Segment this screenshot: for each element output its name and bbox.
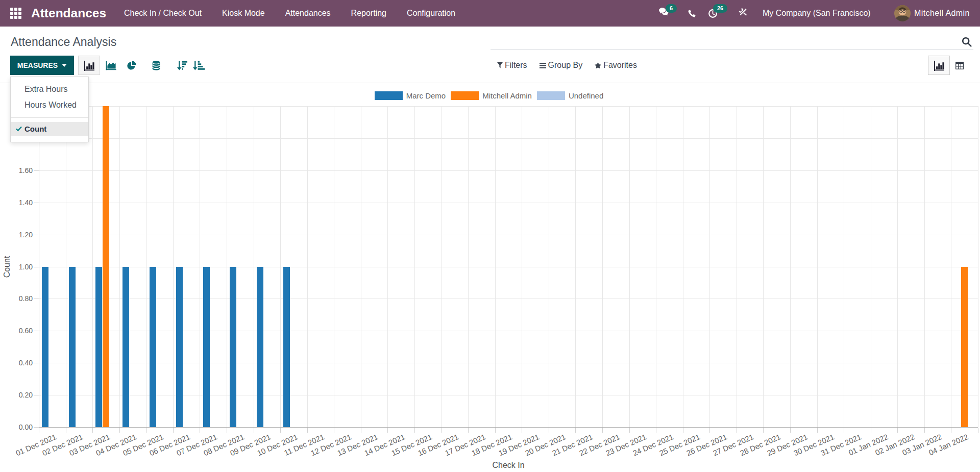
gridline-h (39, 106, 978, 107)
measures-dropdown: Extra HoursHours WorkedCount (10, 77, 89, 142)
gridline-h (39, 170, 978, 171)
gridline-v (924, 106, 925, 427)
bar-marc-demo-07-dec-2021[interactable] (203, 267, 210, 428)
filters-label: Filters (505, 61, 527, 70)
chart-type-pie-button[interactable] (127, 56, 136, 75)
bar-marc-demo-06-dec-2021[interactable] (176, 267, 183, 428)
x-tick-mark (227, 428, 227, 433)
nav-menu-item-attendances[interactable]: Attendances (275, 0, 341, 27)
x-axis-line (39, 427, 978, 428)
x-tick-mark (709, 428, 710, 433)
x-tick-mark (844, 428, 844, 433)
chart-type-line-button[interactable] (106, 56, 116, 75)
x-tick-mark (656, 428, 656, 433)
navbar: Attendances Check In / Check OutKiosk Mo… (0, 0, 980, 27)
nav-menu-item-check-in-check-out[interactable]: Check In / Check Out (114, 0, 212, 27)
phone-icon (688, 10, 696, 17)
bar-marc-demo-09-dec-2021[interactable] (257, 267, 263, 428)
y-tick-label: 1.60 (9, 166, 33, 175)
bar-marc-demo-02-dec-2021[interactable] (69, 267, 76, 428)
activities-button[interactable]: 26 (708, 0, 718, 27)
measures-dropdown-item-count[interactable]: Count (11, 122, 88, 136)
legend-item-undefined[interactable]: Undefined (537, 91, 603, 100)
x-tick-mark (602, 428, 603, 433)
activities-badge: 26 (713, 4, 727, 13)
gridline-v (656, 106, 656, 427)
x-tick-mark (92, 428, 93, 433)
bar-marc-demo-01-dec-2021[interactable] (42, 267, 48, 428)
filters-button[interactable]: Filters (497, 61, 527, 70)
gridline-v (414, 106, 415, 427)
legend-item-mitchell-admin[interactable]: Mitchell Admin (451, 91, 532, 100)
y-tick-label: 1.00 (9, 263, 33, 271)
bar-marc-demo-08-dec-2021[interactable] (230, 267, 236, 428)
x-tick-mark (280, 428, 281, 433)
x-tick-mark (361, 428, 361, 433)
y-tick-mark (34, 395, 39, 395)
legend-label: Marc Demo (406, 91, 446, 100)
dropdown-item-label: Count (24, 125, 46, 133)
favorites-button[interactable]: Favorites (595, 61, 637, 70)
bar-marc-demo-03-dec-2021[interactable] (95, 267, 102, 428)
pivot-view-icon (955, 62, 964, 69)
gridline-v (254, 106, 254, 427)
navbar-menu: Check In / Check OutKiosk ModeAttendance… (114, 0, 465, 27)
bar-marc-demo-10-dec-2021[interactable] (283, 267, 290, 428)
legend-item-marc-demo[interactable]: Marc Demo (375, 91, 446, 100)
apps-grid-icon[interactable] (10, 8, 21, 19)
group-by-label: Group By (548, 61, 583, 70)
graph-view-button[interactable] (928, 56, 950, 75)
x-tick-mark (629, 428, 630, 433)
dropdown-item-label: Extra Hours (24, 85, 67, 93)
bar-mitchell-admin-03-dec-2021[interactable] (103, 106, 109, 427)
company-switcher[interactable]: My Company (San Francisco) (763, 0, 871, 27)
filter-icon (497, 62, 503, 68)
stacked-toggle-button[interactable] (152, 56, 160, 75)
sort-asc-button[interactable] (193, 56, 205, 75)
x-tick-mark (897, 428, 898, 433)
gridline-v (575, 106, 576, 427)
gridline-v (871, 106, 871, 427)
gridline-v (844, 106, 844, 427)
group-by-button[interactable]: Group By (540, 61, 583, 70)
nav-menu-item-reporting[interactable]: Reporting (341, 0, 397, 27)
gridline-v (334, 106, 334, 427)
gridline-v (227, 106, 227, 427)
measures-button[interactable]: MEASURES (10, 56, 74, 75)
y-tick-label: 0.20 (9, 391, 33, 399)
graph-view-icon (934, 60, 944, 71)
pivot-view-button[interactable] (953, 56, 966, 75)
gridline-v (119, 106, 120, 427)
gridline-v (66, 106, 66, 427)
x-tick-mark (442, 428, 442, 433)
gridline-v (442, 106, 442, 427)
y-tick-label: 0.60 (9, 327, 33, 335)
messages-button[interactable]: 6 (658, 0, 669, 27)
y-tick-label: 0.80 (9, 294, 33, 303)
measures-dropdown-item-hours-worked[interactable]: Hours Worked (11, 97, 88, 113)
caret-down-icon (62, 64, 67, 67)
x-axis-title: Check In (0, 461, 980, 470)
bar-mitchell-admin-04-jan-2022[interactable] (961, 267, 968, 428)
y-tick-label: 1.40 (9, 198, 33, 207)
avatar[interactable] (894, 5, 911, 21)
phone-button[interactable] (688, 0, 696, 27)
search-icon[interactable] (962, 37, 972, 47)
chart-type-bar-button[interactable] (78, 56, 100, 75)
user-menu[interactable]: Mitchell Admin (914, 0, 970, 27)
bar-marc-demo-04-dec-2021[interactable] (122, 267, 129, 428)
x-tick-mark (414, 428, 415, 433)
app-name[interactable]: Attendances (31, 0, 106, 27)
bar-marc-demo-05-dec-2021[interactable] (150, 267, 156, 428)
area-chart-icon (106, 61, 116, 70)
search-input[interactable] (491, 49, 973, 49)
debug-tools-button[interactable] (739, 0, 747, 27)
measures-dropdown-item-extra-hours[interactable]: Extra Hours (11, 81, 88, 97)
x-tick-mark (790, 428, 791, 433)
x-tick-mark (924, 428, 925, 433)
sort-desc-button[interactable] (177, 56, 187, 75)
sort-asc-icon (193, 61, 205, 70)
gridline-v (602, 106, 603, 427)
nav-menu-item-configuration[interactable]: Configuration (397, 0, 465, 27)
nav-menu-item-kiosk-mode[interactable]: Kiosk Mode (212, 0, 275, 27)
